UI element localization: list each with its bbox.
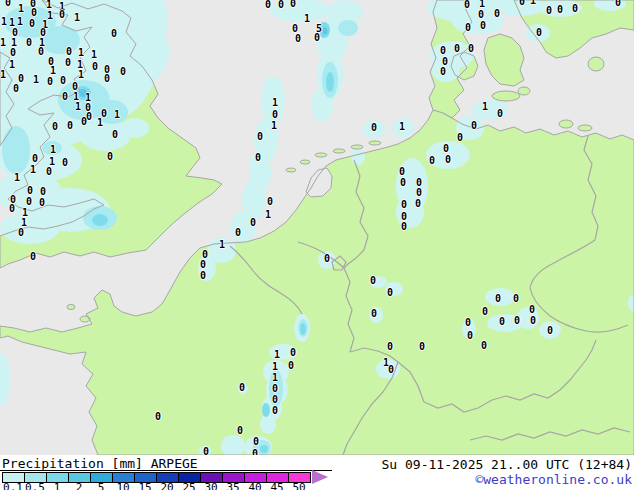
precip-value-marker: 0 [494,9,500,19]
copyright-link[interactable]: ©weatheronline.co.uk [475,472,632,487]
scale-label: 2 [76,481,83,490]
precip-value-marker: 0 [547,326,553,336]
precip-value-marker: 1 [50,66,56,76]
scale-label: 0.1 [3,481,23,490]
precip-value-marker: 0 [235,228,241,238]
precip-value-marker: 0 [278,0,284,10]
precip-value-marker: 0 [272,395,278,405]
precip-value-marker: 0 [557,5,563,15]
precip-value-marker: 1 [78,48,84,58]
precip-value-marker: 0 [415,199,421,209]
precip-value-marker: 0 [465,318,471,328]
precip-value-marker: 0 [65,58,71,68]
precip-value-marker: 0 [388,365,394,375]
precip-value-marker: 0 [265,0,271,10]
scale-label: 1 [54,481,61,490]
precip-value-marker: 0 [387,342,393,352]
precip-value-marker: 0 [468,44,474,54]
legend-footer: Precipitation [mm] ARPEGE 0.10.512510152… [0,455,634,490]
precip-value-marker: 0 [499,317,505,327]
precip-value-marker: 0 [155,412,161,422]
precip-value-marker: 0 [467,331,473,341]
precip-value-marker: 0 [399,167,405,177]
precip-value-marker: 0 [497,109,503,119]
scale-label: 40 [248,481,261,490]
scale-label: 0.5 [25,481,45,490]
precip-value-marker: 0 [255,153,261,163]
precip-value-marker: 1 [114,110,120,120]
precip-value-marker: 0 [257,132,263,142]
precip-value-marker: 0 [324,254,330,264]
precip-value-marker: 0 [513,294,519,304]
precip-value-marker: 0 [615,0,621,8]
precip-value-marker: 0 [10,48,16,58]
precip-value-marker: 0 [546,6,552,16]
valid-datetime-label: Su 09-11-2025 21..00 UTC (12+84) [382,457,632,472]
precip-value-marker: 0 [464,0,470,10]
precip-value-marker: 1 [271,121,277,131]
precip-value-marker: 0 [530,316,536,326]
precip-value-marker: 0 [482,307,488,317]
scale-label: 30 [204,481,217,490]
precip-value-marker: 1 [91,50,97,60]
precip-value-marker: 0 [18,228,24,238]
precip-value-marker: 1 [14,173,20,183]
precip-value-marker: 1 [274,350,280,360]
precip-value-marker: 0 [67,121,73,131]
precip-value-marker: 0 [59,10,65,20]
precip-value-marker: 0 [272,384,278,394]
precip-value-marker: 0 [465,23,471,33]
precip-value-marker: 0 [519,0,525,7]
precip-value-marker: 0 [200,271,206,281]
precip-value-marker: 0 [314,33,320,43]
precip-value-marker: 0 [419,342,425,352]
precip-value-marker: 0 [9,204,15,214]
precip-value-marker: 0 [30,252,36,262]
precip-value-marker: 0 [38,47,44,57]
precip-value-marker: 0 [445,155,451,165]
precip-value-marker: 1 [50,145,56,155]
precip-value-marker: 0 [92,62,98,72]
precip-value-marker: 0 [272,110,278,120]
precip-value-marker: 1 [272,98,278,108]
precip-value-marker: 0 [239,383,245,393]
scale-label: 20 [160,481,173,490]
map-area: 0101101011110100011010001100111001011000… [0,0,634,457]
precip-value-marker: 0 [480,21,486,31]
legend-title-rule [0,470,332,471]
precip-value-marker: 1 [33,75,39,85]
precip-value-marker: 0 [272,406,278,416]
precip-value-marker: 1 [399,122,405,132]
precip-value-marker: 0 [52,122,58,132]
precip-value-marker: 0 [253,437,259,447]
precip-value-marker: 0 [529,305,535,315]
precip-value-marker: 0 [29,19,35,29]
precip-value-marker: 0 [290,0,296,9]
precip-value-marker: 0 [267,197,273,207]
precip-value-marker: 0 [295,34,301,44]
precip-value-marker: 0 [26,38,32,48]
precip-value-marker: 0 [111,29,117,39]
precip-value-marker: 0 [440,46,446,56]
precip-value-marker: 0 [387,288,393,298]
precip-value-marker: 0 [457,133,463,143]
scale-tick-labels: 0.10.5125101520253035404550 [0,481,340,490]
precip-value-marker: 0 [13,84,19,94]
precip-value-marker: 0 [104,74,110,84]
precip-value-marker: 0 [481,341,487,351]
precip-value-marker: 0 [32,154,38,164]
legend-title: Precipitation [mm] ARPEGE [2,456,198,471]
precip-values-layer: 0101101011110100011010001100111001011000… [0,0,634,457]
precip-value-marker: 0 [5,0,11,8]
precip-value-marker: 0 [400,178,406,188]
precip-value-marker: 0 [443,144,449,154]
precip-value-marker: 0 [250,218,256,228]
precip-value-marker: 0 [371,309,377,319]
scale-label: 5 [98,481,105,490]
precip-value-marker: 1 [17,17,23,27]
precip-value-marker: 0 [62,158,68,168]
precip-value-marker: 1 [265,210,271,220]
precip-value-marker: 0 [288,361,294,371]
precip-value-marker: 1 [30,165,36,175]
precip-value-marker: 0 [200,260,206,270]
